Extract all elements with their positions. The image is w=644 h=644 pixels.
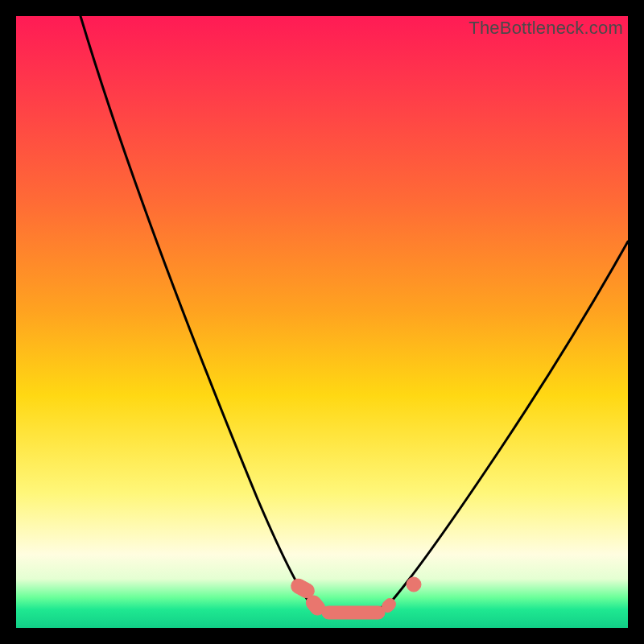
marker-dot bbox=[407, 577, 421, 592]
plot-area: TheBottleneck.com bbox=[16, 16, 628, 628]
curve-layer bbox=[16, 16, 628, 628]
marker-blob bbox=[322, 606, 385, 619]
curve-right-branch bbox=[388, 242, 628, 605]
curve-left-branch bbox=[80, 16, 312, 605]
marker-group bbox=[289, 576, 421, 619]
chart-frame: TheBottleneck.com bbox=[0, 0, 644, 644]
